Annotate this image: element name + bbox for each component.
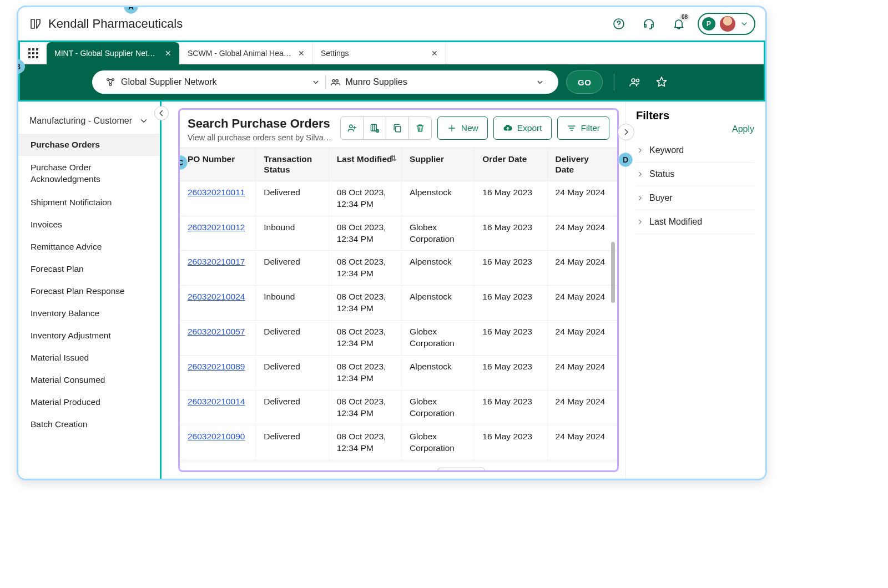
sidebar-item[interactable]: Purchase Order Acknowledgments xyxy=(18,156,160,191)
filter-section[interactable]: Keyword xyxy=(636,139,754,163)
filter-section[interactable]: Last Modified xyxy=(636,210,754,234)
column-header[interactable]: PO Number xyxy=(180,148,256,181)
po-number-link[interactable]: 260320210089 xyxy=(188,361,245,373)
pager: Rows per page 100 Showing 1-100 items xyxy=(180,462,617,471)
sidebar-item[interactable]: Purchase Orders xyxy=(18,134,160,156)
svg-point-7 xyxy=(632,79,635,82)
tab-1[interactable]: SCWM - Global Animal Hea…✕ xyxy=(180,42,313,64)
help-icon[interactable] xyxy=(608,13,630,35)
delete-button[interactable] xyxy=(408,116,432,140)
cell: Delivered xyxy=(256,355,329,390)
export-button[interactable]: Export xyxy=(493,116,552,140)
close-icon[interactable]: ✕ xyxy=(298,49,305,58)
sidebar-item[interactable]: Remittance Advice xyxy=(18,236,160,258)
rows-per-page-select[interactable]: 100 xyxy=(437,468,485,471)
po-number-link[interactable]: 260320210024 xyxy=(188,291,245,303)
sidebar-item[interactable]: Inventory Balance xyxy=(18,302,160,325)
columns-save-icon xyxy=(369,123,380,134)
tab-2[interactable]: Settings✕ xyxy=(313,42,446,64)
filter-section[interactable]: Status xyxy=(636,163,754,186)
po-number-link[interactable]: 260320210011 xyxy=(188,187,245,199)
sidebar-item[interactable]: Shipment Notifictaion xyxy=(18,191,160,214)
cell: Delivered xyxy=(256,425,329,460)
cell: 16 May 2023 xyxy=(475,251,547,286)
cell: 08 Oct 2023, 12:34 PM xyxy=(329,355,401,390)
assign-user-button[interactable] xyxy=(340,116,364,140)
po-number-link[interactable]: 260320210057 xyxy=(188,326,245,338)
column-header[interactable]: Order Date xyxy=(475,148,547,181)
sidebar-item[interactable]: Invoices xyxy=(18,214,160,236)
cell: Alpenstock xyxy=(401,355,474,390)
sidebar-item[interactable]: Material Consumed xyxy=(18,369,160,391)
po-number-link[interactable]: 260320210014 xyxy=(188,396,245,408)
tab-0[interactable]: MINT - Global Supplier Net…✕ xyxy=(47,42,180,64)
chevron-right-icon xyxy=(621,127,631,137)
column-header[interactable]: Supplier xyxy=(401,148,474,181)
chevron-right-icon xyxy=(636,146,644,154)
support-headset-icon[interactable] xyxy=(638,13,660,35)
go-button[interactable]: GO xyxy=(566,70,603,94)
svg-rect-10 xyxy=(371,124,376,131)
partner-selector[interactable]: Munro Supplies xyxy=(326,77,550,87)
cloud-export-icon xyxy=(503,123,513,133)
po-number-link[interactable]: 260320210090 xyxy=(188,431,245,443)
sidebar-item[interactable]: Forecast Plan xyxy=(18,258,160,280)
sidebar-item[interactable]: Batch Creation xyxy=(18,413,160,435)
close-icon[interactable]: ✕ xyxy=(431,49,438,58)
people-icon[interactable] xyxy=(625,73,644,92)
sidebar-header-label: Manufacturing - Customer xyxy=(29,116,132,126)
app-launcher[interactable] xyxy=(20,42,47,64)
sidebar-item[interactable]: Inventory Adjustment xyxy=(18,325,160,347)
sidebar-item[interactable]: Forecast Plan Response xyxy=(18,280,160,302)
filter-label: Buyer xyxy=(649,193,673,203)
copy-button[interactable] xyxy=(386,116,409,140)
svg-point-5 xyxy=(332,80,335,83)
sidebar-collapse-button[interactable] xyxy=(154,106,169,120)
caret-down-icon xyxy=(311,77,321,87)
main-panel: Search Purchase Orders View all purchase… xyxy=(178,108,619,472)
cell: Globex Corporation xyxy=(401,321,474,356)
po-number-link[interactable]: 260320210012 xyxy=(188,222,245,234)
new-button[interactable]: New xyxy=(437,116,488,140)
icon-button-group xyxy=(340,116,432,140)
po-number-link[interactable]: 260320210017 xyxy=(188,256,245,268)
svg-point-6 xyxy=(335,80,338,83)
panel-title: Search Purchase Orders xyxy=(188,116,331,131)
annotation-d: D xyxy=(618,153,633,167)
sidebar-item[interactable]: Material Issued xyxy=(18,347,160,369)
notifications-icon[interactable]: 08 xyxy=(668,13,690,35)
sort-icon[interactable]: ⇅ xyxy=(390,154,397,164)
favorite-star-icon[interactable] xyxy=(652,73,671,92)
user-plan-badge: P xyxy=(702,17,715,31)
copy-icon xyxy=(392,123,403,134)
filters-title: Filters xyxy=(636,109,669,122)
cell: Globex Corporation xyxy=(401,216,474,251)
brand: Kendall Pharmaceuticals xyxy=(28,17,183,31)
cell: 08 Oct 2023, 12:34 PM xyxy=(329,286,401,321)
close-icon[interactable]: ✕ xyxy=(165,49,171,58)
cell: 16 May 2023 xyxy=(475,181,547,216)
workspace-chrome: MINT - Global Supplier Net…✕SCWM - Globa… xyxy=(18,40,765,102)
cell: 08 Oct 2023, 12:34 PM xyxy=(329,251,401,286)
save-view-button[interactable] xyxy=(363,116,386,140)
column-header[interactable]: Last Modified⇅ xyxy=(329,148,401,181)
column-header[interactable]: Transaction Status xyxy=(256,148,329,181)
context-selector: Global Supplier Network Munro Supplies xyxy=(92,70,558,94)
filters-apply-button[interactable]: Apply xyxy=(732,124,754,134)
filter-button[interactable]: Filter xyxy=(557,116,609,140)
table-row: 260320210089Delivered08 Oct 2023, 12:34 … xyxy=(180,355,617,390)
user-menu[interactable]: P xyxy=(698,13,755,35)
filter-section[interactable]: Buyer xyxy=(636,186,754,210)
sidebar-header[interactable]: Manufacturing - Customer xyxy=(18,110,160,134)
network-selector[interactable]: Global Supplier Network xyxy=(101,77,325,87)
sidebar-item[interactable]: Material Produced xyxy=(18,391,160,413)
chevron-right-icon xyxy=(636,218,644,226)
column-header[interactable]: Delivery Date xyxy=(547,148,617,181)
network-label: Global Supplier Network xyxy=(121,77,217,87)
cell: 24 May 2024 xyxy=(547,390,617,425)
cell: Delivered xyxy=(256,251,329,286)
vertical-scrollbar[interactable] xyxy=(611,242,615,303)
filters-collapse-button[interactable] xyxy=(618,124,634,140)
filters-panel: D Filters Apply KeywordStatusBuyerLast M… xyxy=(625,102,765,479)
table-row: 260320210017Delivered08 Oct 2023, 12:34 … xyxy=(180,251,617,286)
